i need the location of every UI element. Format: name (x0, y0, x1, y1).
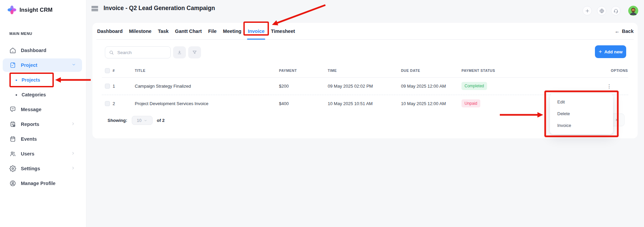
column-header-time: TIME (328, 69, 401, 73)
tab-task[interactable]: Task (157, 23, 169, 39)
profile-icon (9, 180, 16, 187)
cell-title: Project Development Services Invoice (135, 101, 279, 106)
sidebar-item-settings[interactable]: Settings (0, 161, 86, 176)
sidebar-item-label: Reports (21, 122, 39, 127)
status-badge: Completed (461, 82, 487, 90)
chevron-down-icon (72, 62, 76, 68)
sidebar-item-label: Projects (22, 77, 40, 83)
project-doc-icon (9, 62, 16, 69)
sidebar-item-reports[interactable]: Reports (0, 117, 86, 132)
user-avatar[interactable] (628, 6, 638, 16)
cell-time: 10 May 2025 10:51 AM (328, 101, 401, 106)
add-quick-button[interactable] (582, 6, 592, 15)
tab-milestone[interactable]: Milestone (128, 23, 152, 39)
chevron-right-icon (71, 122, 75, 127)
row-checkbox[interactable] (105, 84, 110, 89)
sidebar-item-users[interactable]: Users (0, 146, 86, 161)
main-menu-label: MAIN MENU (9, 32, 32, 36)
export-button[interactable] (173, 46, 186, 58)
language-button[interactable] (597, 6, 606, 15)
page-title: Invoice - Q2 Lead Generation Campaign (104, 5, 215, 12)
column-header-payment-status: PAYMENT STATUS (461, 69, 597, 73)
hamburger-menu-icon[interactable] (91, 6, 98, 11)
context-menu-item-invoice[interactable]: Invoice (550, 120, 613, 131)
cell-due-date: 09 May 2025 12:00 AM (401, 84, 461, 89)
tab-gantt-chart[interactable]: Gantt Chart (174, 23, 203, 39)
back-link[interactable]: ← Back (615, 29, 634, 34)
context-menu-item-delete[interactable]: Delete (550, 108, 613, 120)
globe-icon (599, 8, 604, 13)
column-header-title: TITLE (135, 69, 279, 73)
plus-icon: + (599, 49, 602, 54)
cell-payment: $200 (279, 84, 328, 89)
chevron-down-icon (144, 119, 147, 122)
chevron-right-icon (71, 166, 75, 171)
sidebar-item-projects[interactable]: • Projects (0, 73, 86, 87)
sidebar-item-label: Message (21, 107, 41, 112)
row-options-kebab-icon[interactable]: ⋮ (607, 84, 612, 89)
tab-file[interactable]: File (207, 23, 217, 39)
column-header-num: # (113, 69, 135, 73)
tab-meeting[interactable]: Meeting (222, 23, 242, 39)
reports-icon (9, 121, 16, 128)
tab-label: Meeting (223, 29, 241, 34)
calendar-icon (9, 136, 16, 142)
tab-label: Invoice (248, 29, 265, 34)
cell-title: Campaign Strategy Finalized (135, 84, 279, 89)
bullet-icon: • (15, 92, 17, 97)
page-size-dropdown[interactable]: 10 (132, 116, 153, 125)
sidebar-item-label: Users (21, 151, 34, 156)
tab-label: Task (158, 29, 169, 34)
filter-button[interactable] (188, 46, 201, 58)
tab-label: Milestone (129, 29, 152, 34)
headset-icon (613, 8, 618, 13)
search-input[interactable] (117, 50, 167, 55)
row-context-menu: Edit Delete Invoice (550, 93, 613, 134)
context-menu-item-edit[interactable]: Edit (550, 96, 613, 108)
sidebar-item-dashboard[interactable]: Dashboard (0, 43, 86, 58)
plus-icon (585, 8, 590, 13)
tab-label: Gantt Chart (175, 29, 202, 34)
sidebar-item-project[interactable]: Project (3, 58, 82, 72)
users-icon (9, 150, 16, 157)
sidebar: Insight CRM MAIN MENU Dashboard Project … (0, 0, 86, 227)
tab-dashboard[interactable]: Dashboard (96, 23, 123, 39)
cell-num: 1 (113, 84, 135, 89)
sidebar-item-events[interactable]: Events (0, 132, 86, 146)
pagination: Showing: 10 of 2 (108, 116, 165, 125)
tab-label: Timesheet (271, 29, 295, 34)
cell-due-date: 10 May 2025 12:00 AM (401, 101, 461, 106)
tab-timesheet[interactable]: Timesheet (270, 23, 295, 39)
showing-label: Showing: (108, 118, 127, 123)
row-checkbox[interactable] (105, 101, 110, 106)
back-label: Back (622, 29, 634, 34)
app-name: Insight CRM (19, 7, 52, 13)
table-header: # TITLE PAYMENT TIME DUE DATE PAYMENT ST… (92, 64, 638, 77)
sidebar-item-label: Dashboard (21, 48, 46, 53)
add-new-button[interactable]: + Add new (595, 45, 626, 58)
message-icon (9, 106, 16, 113)
select-all-checkbox[interactable] (105, 68, 110, 73)
total-label: of 2 (157, 118, 165, 123)
tab-invoice[interactable]: Invoice (247, 23, 265, 39)
cell-num: 2 (113, 101, 135, 106)
chevron-right-icon (71, 151, 75, 156)
app-logo: Insight CRM (7, 5, 52, 14)
add-new-label: Add new (604, 49, 622, 54)
sidebar-item-manage-profile[interactable]: Manage Profile (0, 176, 86, 191)
cell-payment: $400 (279, 101, 328, 106)
avatar-image (628, 6, 638, 16)
tab-label: Dashboard (97, 29, 123, 34)
sidebar-item-message[interactable]: Message (0, 102, 86, 117)
sidebar-item-label: Categories (22, 92, 46, 97)
search-box (105, 46, 171, 58)
column-header-payment: PAYMENT (279, 69, 328, 73)
support-button[interactable] (611, 6, 620, 15)
sidebar-nav: Dashboard Project • Projects • Categorie… (0, 43, 86, 191)
gear-icon (9, 165, 16, 172)
logo-flower-icon (7, 5, 16, 14)
home-icon (9, 47, 16, 54)
sidebar-item-categories[interactable]: • Categories (0, 87, 86, 102)
column-header-due-date: DUE DATE (401, 69, 461, 73)
tab-label: File (208, 29, 216, 34)
